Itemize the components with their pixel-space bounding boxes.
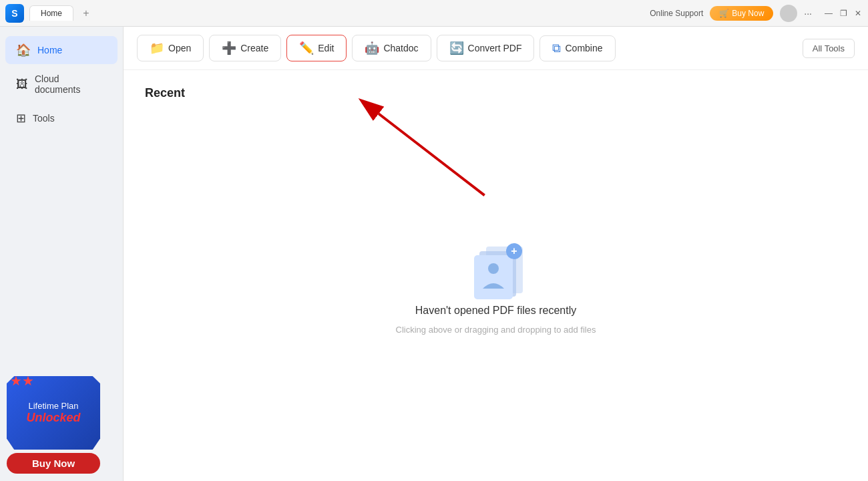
pdf-illustration: +	[466, 236, 539, 303]
main-layout: 🏠 Home 🖼 Cloud documents ⊞ Tools ★★ Life…	[0, 27, 868, 481]
chatdoc-icon: 🤖	[365, 41, 379, 55]
app-logo: S	[5, 4, 24, 23]
title-bar-right: Online Support 🛒 Buy Now ··· — ❐ ✕	[650, 5, 863, 22]
create-icon: ➕	[222, 41, 236, 55]
open-icon: 📁	[150, 41, 164, 55]
title-bar-left: S Home +	[5, 4, 93, 23]
create-button[interactable]: ➕ Create	[209, 35, 281, 61]
sidebar-item-home[interactable]: 🏠 Home	[5, 36, 118, 64]
convert-icon: 🔄	[449, 41, 464, 55]
more-button[interactable]: ···	[804, 8, 812, 19]
empty-state-icon: +	[466, 236, 526, 297]
window-controls: — ❐ ✕	[824, 9, 863, 18]
toolbar: 📁 Open ➕ Create ✏️ Edit 🤖 Chatdoc 🔄 Conv…	[124, 27, 868, 70]
chatdoc-button[interactable]: 🤖 Chatdoc	[352, 35, 431, 61]
maximize-button[interactable]: ❐	[839, 9, 848, 18]
sidebar-item-home-label: Home	[37, 45, 62, 55]
empty-state: + Haven't opened PDF files recently Clic…	[145, 116, 847, 455]
avatar[interactable]	[780, 5, 797, 22]
all-tools-button[interactable]: All Tools	[803, 39, 855, 58]
content-area: 📁 Open ➕ Create ✏️ Edit 🤖 Chatdoc 🔄 Conv…	[124, 27, 868, 481]
svg-rect-2	[474, 255, 513, 299]
edit-label: Edit	[318, 43, 334, 53]
tab-label: Home	[41, 9, 62, 18]
badge-buy-now[interactable]: Buy Now	[7, 453, 100, 474]
buy-now-button[interactable]: 🛒 Buy Now	[710, 6, 773, 21]
cloud-icon: 🖼	[16, 77, 28, 92]
sidebar-item-tools[interactable]: ⊞ Tools	[5, 104, 118, 132]
combine-label: Combine	[565, 43, 602, 53]
minimize-button[interactable]: —	[824, 9, 833, 18]
add-tab-button[interactable]: +	[79, 6, 93, 21]
lifetime-badge[interactable]: ★★ Lifetime Plan Unlocked Buy Now	[7, 376, 107, 466]
recent-title: Recent	[145, 86, 847, 100]
online-support-link[interactable]: Online Support	[650, 9, 703, 18]
badge-unlocked-text: Unlocked	[26, 411, 80, 425]
edit-icon: ✏️	[299, 41, 314, 55]
convert-pdf-button[interactable]: 🔄 Convert PDF	[437, 35, 535, 61]
badge-stars-icon: ★★	[10, 373, 34, 389]
empty-state-title: Haven't opened PDF files recently	[415, 305, 576, 317]
tools-icon: ⊞	[16, 111, 26, 126]
open-label: Open	[168, 43, 191, 53]
open-button[interactable]: 📁 Open	[137, 35, 204, 61]
main-content: Recent	[124, 70, 868, 481]
edit-button[interactable]: ✏️ Edit	[286, 35, 347, 61]
sidebar-item-cloud[interactable]: 🖼 Cloud documents	[5, 67, 118, 102]
svg-point-3	[488, 263, 499, 274]
badge-plan-text: Lifetime Plan	[28, 401, 78, 411]
sidebar-item-cloud-label: Cloud documents	[35, 73, 107, 95]
chatdoc-label: Chatdoc	[383, 43, 418, 53]
badge-hexagon: ★★ Lifetime Plan Unlocked	[7, 376, 100, 450]
close-button[interactable]: ✕	[853, 9, 863, 18]
cart-icon: 🛒	[719, 9, 729, 18]
title-tab[interactable]: Home	[29, 5, 73, 21]
sidebar: 🏠 Home 🖼 Cloud documents ⊞ Tools ★★ Life…	[0, 27, 124, 481]
title-bar: S Home + Online Support 🛒 Buy Now ··· — …	[0, 0, 868, 27]
svg-text:+: +	[511, 245, 517, 257]
sidebar-item-tools-label: Tools	[33, 113, 55, 124]
create-label: Create	[240, 43, 268, 53]
home-icon: 🏠	[16, 43, 31, 57]
combine-button[interactable]: ⧉ Combine	[539, 35, 615, 61]
combine-icon: ⧉	[552, 41, 561, 55]
convert-label: Convert PDF	[468, 43, 522, 53]
empty-state-subtitle: Clicking above or dragging and dropping …	[396, 325, 596, 335]
